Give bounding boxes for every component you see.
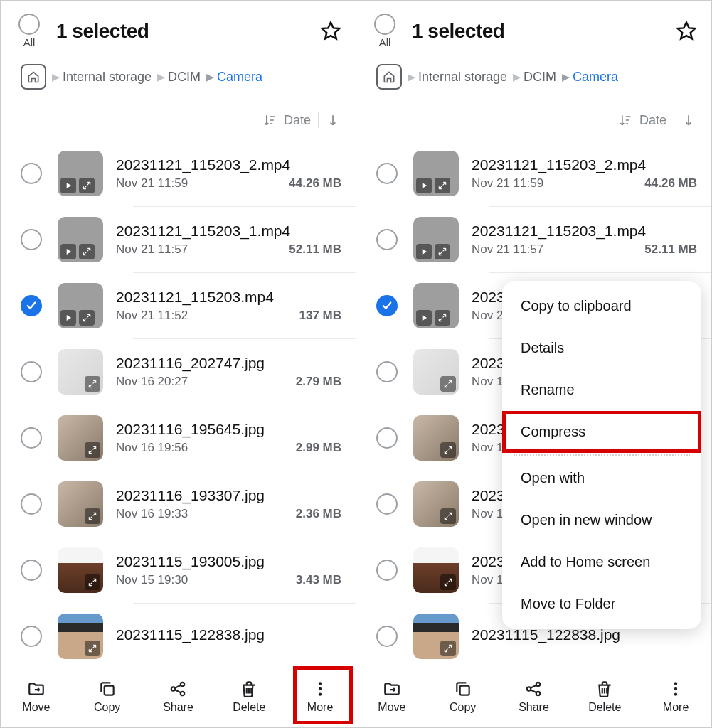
file-thumbnail[interactable] bbox=[58, 547, 103, 593]
divider bbox=[318, 112, 319, 128]
file-checkbox[interactable] bbox=[21, 361, 42, 382]
menu-item-rename[interactable]: Rename bbox=[502, 369, 701, 411]
menu-item-details[interactable]: Details bbox=[502, 327, 701, 369]
file-checkbox[interactable] bbox=[376, 295, 398, 316]
file-checkbox[interactable] bbox=[21, 493, 42, 515]
panel-left: All 1 selected ▶Internal storage ▶DCIM ▶… bbox=[1, 1, 356, 727]
file-thumbnail[interactable] bbox=[58, 217, 103, 262]
breadcrumb-item-active[interactable]: ▶Camera bbox=[206, 70, 262, 85]
menu-item-copy-to-clipboard[interactable]: Copy to clipboard bbox=[502, 285, 701, 327]
breadcrumb-item-active[interactable]: ▶Camera bbox=[562, 70, 618, 85]
breadcrumb-home[interactable] bbox=[376, 64, 402, 90]
file-thumbnail[interactable] bbox=[413, 614, 459, 659]
file-checkbox[interactable] bbox=[21, 427, 42, 449]
delete-button[interactable]: Delete bbox=[213, 665, 285, 727]
context-menu: Copy to clipboardDetailsRenameCompressOp… bbox=[502, 281, 701, 629]
file-thumbnail[interactable] bbox=[413, 481, 459, 527]
file-thumbnail[interactable] bbox=[58, 283, 103, 328]
breadcrumb-home[interactable] bbox=[21, 64, 46, 90]
select-all[interactable]: All bbox=[15, 14, 43, 48]
file-thumbnail[interactable] bbox=[58, 481, 103, 527]
copy-button[interactable]: Copy bbox=[72, 665, 143, 727]
file-checkbox[interactable] bbox=[21, 229, 42, 250]
file-name: 20231121_115203_2.mp4 bbox=[472, 156, 697, 173]
share-icon bbox=[169, 680, 187, 698]
expand-icon bbox=[440, 376, 456, 392]
file-info: 20231115_122838.jpg bbox=[472, 626, 697, 646]
file-size: 3.43 MB bbox=[296, 573, 341, 587]
menu-item-compress[interactable]: Compress bbox=[502, 411, 701, 453]
select-all-label: All bbox=[23, 36, 36, 48]
file-checkbox[interactable] bbox=[376, 626, 398, 647]
file-row[interactable]: 20231121_115203_2.mp4Nov 21 11:5944.26 M… bbox=[356, 141, 711, 206]
file-row[interactable]: 20231115_122838.jpg bbox=[1, 604, 356, 665]
sort-label[interactable]: Date bbox=[284, 113, 311, 128]
select-all-circle[interactable] bbox=[374, 14, 395, 35]
file-size: 44.26 MB bbox=[644, 176, 697, 191]
file-row[interactable]: 20231121_115203_1.mp4Nov 21 11:5752.11 M… bbox=[356, 207, 711, 272]
sort-label[interactable]: Date bbox=[639, 113, 666, 128]
delete-button[interactable]: Delete bbox=[569, 665, 640, 727]
file-checkbox[interactable] bbox=[376, 361, 398, 382]
file-row[interactable]: 20231116_202747.jpgNov 16 20:272.79 MB bbox=[1, 339, 356, 405]
breadcrumb-item[interactable]: ▶DCIM bbox=[157, 70, 201, 85]
select-all-circle[interactable] bbox=[18, 14, 40, 35]
file-checkbox[interactable] bbox=[376, 560, 398, 581]
file-thumbnail[interactable] bbox=[413, 151, 459, 196]
file-thumbnail[interactable] bbox=[58, 614, 103, 659]
file-date: Nov 16 19:33 bbox=[116, 507, 188, 521]
expand-icon bbox=[440, 508, 456, 524]
favorite-icon[interactable] bbox=[676, 21, 697, 42]
file-thumbnail[interactable] bbox=[413, 415, 459, 461]
breadcrumb-item[interactable]: ▶DCIM bbox=[513, 70, 556, 85]
page-title: 1 selected bbox=[56, 20, 320, 43]
sort-direction-icon[interactable] bbox=[326, 113, 340, 127]
select-all[interactable]: All bbox=[371, 14, 399, 48]
share-button[interactable]: Share bbox=[143, 665, 214, 727]
file-thumbnail[interactable] bbox=[413, 217, 459, 262]
file-thumbnail[interactable] bbox=[58, 415, 103, 461]
file-checkbox[interactable] bbox=[376, 493, 398, 515]
expand-icon bbox=[440, 641, 456, 656]
menu-item-open-with[interactable]: Open with bbox=[502, 457, 701, 499]
breadcrumb-item[interactable]: ▶Internal storage bbox=[408, 70, 507, 85]
file-row[interactable]: 20231121_115203_1.mp4Nov 21 11:5752.11 M… bbox=[1, 207, 356, 272]
file-info: 20231121_115203_1.mp4Nov 21 11:5752.11 M… bbox=[116, 223, 341, 257]
play-icon bbox=[60, 244, 76, 259]
sort-icon[interactable] bbox=[618, 113, 632, 127]
file-checkbox[interactable] bbox=[21, 295, 42, 316]
file-size: 52.11 MB bbox=[644, 242, 697, 257]
file-checkbox[interactable] bbox=[376, 229, 398, 250]
more-button[interactable]: More bbox=[640, 665, 711, 727]
more-button[interactable]: More bbox=[285, 665, 356, 727]
trash-icon bbox=[595, 680, 614, 698]
menu-item-open-in-new-window[interactable]: Open in new window bbox=[502, 499, 701, 541]
file-thumbnail[interactable] bbox=[413, 283, 459, 328]
move-button[interactable]: Move bbox=[1, 665, 72, 727]
file-thumbnail[interactable] bbox=[413, 349, 459, 395]
file-row[interactable]: 20231116_195645.jpgNov 16 19:562.99 MB bbox=[1, 405, 356, 471]
file-row[interactable]: 20231115_193005.jpgNov 15 19:303.43 MB bbox=[1, 537, 356, 603]
file-thumbnail[interactable] bbox=[58, 349, 103, 395]
file-checkbox[interactable] bbox=[21, 626, 42, 647]
file-checkbox[interactable] bbox=[376, 427, 398, 449]
copy-button[interactable]: Copy bbox=[427, 665, 499, 727]
file-thumbnail[interactable] bbox=[58, 151, 103, 196]
file-checkbox[interactable] bbox=[21, 163, 42, 184]
menu-item-move-to-folder[interactable]: Move to Folder bbox=[502, 583, 701, 625]
file-row[interactable]: 20231121_115203_2.mp4Nov 21 11:5944.26 M… bbox=[1, 141, 356, 206]
file-row[interactable]: 20231121_115203.mp4Nov 21 11:52137 MB bbox=[1, 273, 356, 338]
file-row[interactable]: 20231116_193307.jpgNov 16 19:332.36 MB bbox=[1, 471, 356, 537]
menu-item-add-to-home-screen[interactable]: Add to Home screen bbox=[502, 541, 701, 583]
move-icon bbox=[27, 680, 46, 698]
expand-icon bbox=[85, 574, 100, 590]
sort-direction-icon[interactable] bbox=[681, 113, 696, 127]
file-checkbox[interactable] bbox=[21, 560, 42, 581]
sort-icon[interactable] bbox=[262, 113, 277, 127]
file-thumbnail[interactable] bbox=[413, 547, 459, 593]
breadcrumb-item[interactable]: ▶Internal storage bbox=[52, 70, 152, 85]
favorite-icon[interactable] bbox=[320, 21, 341, 42]
file-checkbox[interactable] bbox=[376, 163, 398, 184]
share-button[interactable]: Share bbox=[499, 665, 570, 727]
move-button[interactable]: Move bbox=[356, 665, 427, 727]
